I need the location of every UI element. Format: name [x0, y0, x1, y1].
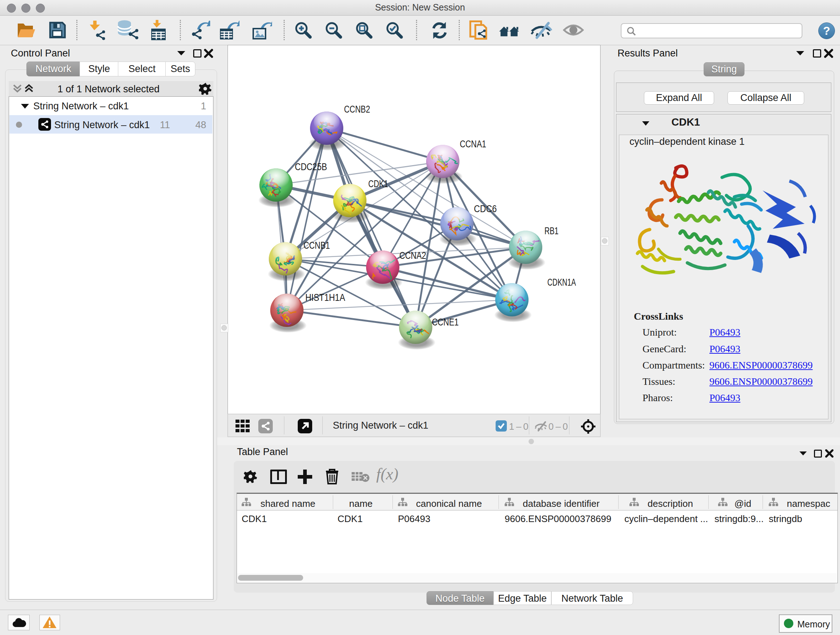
svg-text:RB1: RB1: [545, 226, 559, 236]
svg-text:CCNA1: CCNA1: [460, 139, 486, 149]
svg-text:CCNB2: CCNB2: [344, 104, 370, 115]
svg-text:CCNE1: CCNE1: [432, 317, 459, 328]
svg-text:CDK1: CDK1: [368, 179, 388, 189]
svg-text:CDC6: CDC6: [474, 203, 497, 214]
svg-text:CCNA2: CCNA2: [399, 250, 426, 261]
svg-text:CDC25B: CDC25B: [295, 162, 327, 172]
svg-text:CCNB1: CCNB1: [303, 240, 330, 251]
svg-text:CDKN1A: CDKN1A: [547, 277, 576, 288]
svg-text:HIST1H1A: HIST1H1A: [305, 292, 345, 303]
